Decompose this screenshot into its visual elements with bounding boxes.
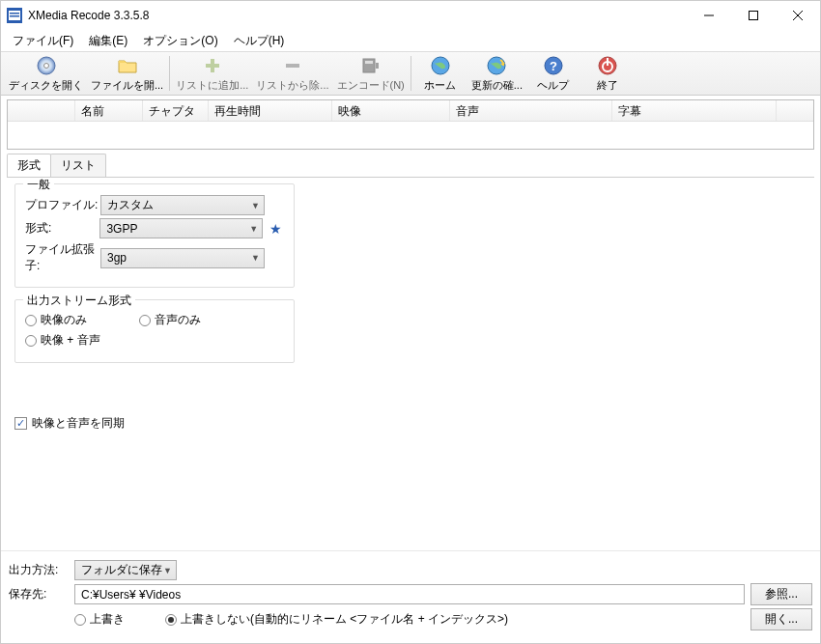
radio-video-only[interactable]: 映像のみ xyxy=(25,312,87,328)
favorite-button[interactable]: ★ xyxy=(267,220,284,238)
home-button[interactable]: ホーム xyxy=(413,53,467,95)
folder-icon xyxy=(117,55,138,76)
radio-video-audio[interactable]: 映像 + 音声 xyxy=(25,332,100,349)
help-button[interactable]: ? ヘルプ xyxy=(526,53,580,95)
plus-icon xyxy=(202,55,223,76)
open-disc-button[interactable]: ディスクを開く xyxy=(5,53,87,95)
file-list-body[interactable] xyxy=(8,122,813,151)
svg-rect-15 xyxy=(376,63,379,69)
col-audio[interactable]: 音声 xyxy=(450,100,612,121)
group-output-stream: 出力ストリーム形式 映像のみ 音声のみ 映像 + 音声 xyxy=(14,299,295,363)
radio-overwrite-yes-label: 上書き xyxy=(90,611,125,628)
radio-icon xyxy=(74,614,86,626)
svg-rect-2 xyxy=(10,13,19,14)
input-save-path[interactable]: C:¥Users¥ ¥Videos xyxy=(74,584,745,604)
add-list-label: リストに追加... xyxy=(176,78,248,93)
open-file-label: ファイルを開... xyxy=(91,78,163,93)
group-output-stream-legend: 出力ストリーム形式 xyxy=(23,293,135,309)
tab-content: 一般 プロファイル: カスタム ▼ 形式: 3GPP ▼ ★ ファイル拡張 xyxy=(7,177,814,550)
checkbox-sync-av[interactable]: ✓ 映像と音声を同期 xyxy=(14,415,125,432)
menu-edit[interactable]: 編集(E) xyxy=(81,31,135,51)
svg-text:?: ? xyxy=(550,59,557,73)
radio-overwrite-no-label: 上書きしない(自動的にリネーム <ファイル名 + インデックス>) xyxy=(181,611,508,628)
help-icon: ? xyxy=(543,55,564,76)
minimize-button[interactable] xyxy=(687,1,731,30)
svg-point-9 xyxy=(43,63,48,68)
svg-rect-14 xyxy=(365,61,373,64)
globe-icon xyxy=(430,55,451,76)
checkbox-sync-av-label: 映像と音声を同期 xyxy=(32,415,125,432)
col-subtitle[interactable]: 字幕 xyxy=(612,100,777,121)
group-general: 一般 プロファイル: カスタム ▼ 形式: 3GPP ▼ ★ ファイル拡張 xyxy=(14,183,295,288)
group-general-legend: 一般 xyxy=(23,177,54,193)
col-name[interactable]: 名前 xyxy=(75,100,143,121)
checkbox-icon: ✓ xyxy=(14,417,27,430)
radio-icon xyxy=(25,315,37,326)
exit-label: 終了 xyxy=(597,78,618,93)
remove-list-button[interactable]: リストから除... xyxy=(252,53,332,95)
select-output-method[interactable]: フォルダに保存 ▼ xyxy=(74,560,177,580)
svg-rect-11 xyxy=(206,64,219,68)
select-profile[interactable]: カスタム ▼ xyxy=(100,195,265,215)
radio-icon xyxy=(139,315,151,326)
maximize-button[interactable] xyxy=(731,1,776,30)
exit-button[interactable]: 終了 xyxy=(580,53,635,95)
label-save-to: 保存先: xyxy=(9,586,69,602)
home-label: ホーム xyxy=(424,78,456,93)
encode-button[interactable]: エンコード(N) xyxy=(333,53,409,95)
radio-overwrite-yes[interactable]: 上書き xyxy=(74,611,125,628)
chevron-down-icon: ▼ xyxy=(249,224,258,234)
titlebar-left: XMedia Recode 3.3.5.8 xyxy=(7,8,149,23)
menubar: ファイル(F) 編集(E) オプション(O) ヘルプ(H) xyxy=(1,30,820,51)
select-format[interactable]: 3GPP ▼ xyxy=(99,218,263,238)
radio-overwrite-no[interactable]: 上書きしない(自動的にリネーム <ファイル名 + インデックス>) xyxy=(165,611,508,628)
tab-list[interactable]: リスト xyxy=(50,154,106,177)
radio-audio-only-label: 音声のみ xyxy=(155,312,201,328)
encode-label: エンコード(N) xyxy=(337,78,405,93)
label-file-ext: ファイル拡張子: xyxy=(25,241,100,274)
chevron-down-icon: ▼ xyxy=(251,253,260,263)
col-playtime[interactable]: 再生時間 xyxy=(209,100,332,121)
radio-video-audio-label: 映像 + 音声 xyxy=(41,332,100,349)
globe-refresh-icon xyxy=(486,55,507,76)
radio-audio-only[interactable]: 音声のみ xyxy=(139,312,201,328)
open-disc-label: ディスクを開く xyxy=(9,78,83,93)
update-button[interactable]: 更新の確... xyxy=(467,53,526,95)
svg-rect-5 xyxy=(750,12,758,20)
browse-button[interactable]: 参照... xyxy=(750,583,812,605)
radio-video-only-label: 映像のみ xyxy=(41,312,87,328)
file-list[interactable]: 名前 チャプター 再生時間 映像 音声 字幕 xyxy=(7,99,814,150)
close-button[interactable] xyxy=(776,1,820,30)
menu-options[interactable]: オプション(O) xyxy=(135,31,225,51)
label-profile: プロファイル: xyxy=(25,197,100,213)
chevron-down-icon: ▼ xyxy=(251,201,260,210)
star-icon: ★ xyxy=(269,221,282,237)
select-file-ext-value: 3gp xyxy=(107,251,127,265)
tab-format[interactable]: 形式 xyxy=(7,154,51,177)
app-icon xyxy=(7,8,22,23)
update-label: 更新の確... xyxy=(471,78,523,93)
titlebar: XMedia Recode 3.3.5.8 xyxy=(1,1,820,30)
disc-icon xyxy=(36,55,57,76)
col-chapter[interactable]: チャプター xyxy=(143,100,209,121)
col-end[interactable] xyxy=(777,100,813,121)
select-profile-value: カスタム xyxy=(107,197,154,213)
window-controls xyxy=(687,1,820,30)
chevron-down-icon: ▼ xyxy=(163,566,172,575)
open-button[interactable]: 開く... xyxy=(750,608,812,630)
save-path-value: C:¥Users¥ ¥Videos xyxy=(81,588,181,602)
col-blank[interactable] xyxy=(8,100,75,121)
open-file-button[interactable]: ファイルを開... xyxy=(87,53,167,95)
select-file-ext[interactable]: 3gp ▼ xyxy=(100,248,265,268)
col-video[interactable]: 映像 xyxy=(332,100,450,121)
menu-file[interactable]: ファイル(F) xyxy=(5,31,81,51)
radio-icon xyxy=(25,335,37,347)
add-list-button[interactable]: リストに追加... xyxy=(172,53,252,95)
label-output-method: 出力方法: xyxy=(9,562,69,578)
power-icon xyxy=(597,55,618,76)
radio-icon xyxy=(165,614,177,626)
select-format-value: 3GPP xyxy=(106,222,137,236)
menu-help[interactable]: ヘルプ(H) xyxy=(226,31,293,51)
svg-rect-3 xyxy=(10,15,19,17)
select-output-method-value: フォルダに保存 xyxy=(81,562,162,578)
